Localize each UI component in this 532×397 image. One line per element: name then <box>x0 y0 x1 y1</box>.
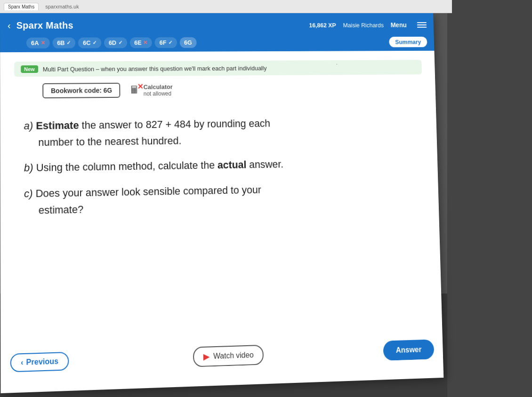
question-part-c: c) Does your answer look sensible compar… <box>24 179 417 219</box>
bottom-bar: ‹ Previous ▶ Watch video Answer <box>0 339 443 373</box>
tab-6A-label: 6A <box>31 40 39 47</box>
xp-badge: 16,862 XP <box>309 22 336 29</box>
summary-button[interactable]: Summary <box>389 37 427 47</box>
tab-6G[interactable]: 6G <box>179 37 196 48</box>
bookwork-row: Bookwork code: 6G 🖩 ✕ Calculator not all… <box>14 81 422 99</box>
tab-6D[interactable]: 6D ✓ <box>104 37 127 48</box>
right-background <box>447 0 532 397</box>
part-b-text: Using the column method, calculate the <box>36 159 218 174</box>
tab-6C[interactable]: 6C ✓ <box>78 38 101 48</box>
tab-6E-status: ✕ <box>143 40 147 46</box>
part-a-label: a) <box>24 120 36 132</box>
part-c-text: Does your answer look sensible compared … <box>24 183 261 216</box>
tab-6E-label: 6E <box>134 39 142 46</box>
site-title: Sparx Maths <box>16 20 73 31</box>
watch-video-button[interactable]: ▶ Watch video <box>193 345 264 367</box>
part-b-actual: actual <box>218 159 247 171</box>
main-content: New Multi Part Question – when you answe… <box>0 51 440 247</box>
calculator-label: Calculator <box>144 83 173 90</box>
video-play-icon: ▶ <box>203 351 210 362</box>
calculator-status: not allowed <box>144 90 173 97</box>
tab-6E[interactable]: 6E ✕ <box>129 37 152 48</box>
bookwork-code: Bookwork code: 6G <box>42 83 121 98</box>
header: ‹ Sparx Maths 16,862 XP Maisie Richards … <box>0 13 434 38</box>
answer-button[interactable]: Answer <box>383 339 435 361</box>
previous-label: Previous <box>26 357 59 367</box>
tab-6F-label: 6F <box>160 39 167 46</box>
browser-tab[interactable]: Sparx Maths <box>4 3 39 10</box>
tab-6F-status: ✓ <box>168 40 172 46</box>
part-a-estimate: Estimate <box>36 119 79 132</box>
part-b-label: b) <box>24 162 36 174</box>
question-part-a: a) Estimate the answer to 827 + 484 by r… <box>24 114 415 151</box>
browser-url: sparxmaths.uk <box>45 4 79 9</box>
nav-tabs: 6A ✕ 6B ✓ 6C ✓ 6D ✓ 6E ✕ 6F ✓ 6G Summary <box>0 37 434 52</box>
tab-6B-label: 6B <box>57 40 65 47</box>
question-part-b: b) Using the column method, calculate th… <box>24 154 416 176</box>
menu-label[interactable]: Menu <box>391 21 407 28</box>
tab-6C-label: 6C <box>83 40 90 47</box>
tab-6B-status: ✓ <box>67 40 71 46</box>
calculator-icon: 🖩 ✕ <box>129 84 140 96</box>
previous-arrow-icon: ‹ <box>21 358 23 367</box>
menu-button[interactable] <box>417 22 427 28</box>
question-area: a) Estimate the answer to 827 + 484 by r… <box>14 109 426 238</box>
tab-6A-status: ✕ <box>40 40 45 46</box>
multi-part-banner: New Multi Part Question – when you answe… <box>14 60 422 77</box>
new-badge: New <box>21 65 38 73</box>
tab-6F[interactable]: 6F ✓ <box>155 37 177 48</box>
tab-6C-status: ✓ <box>92 40 97 46</box>
previous-button[interactable]: ‹ Previous <box>10 352 69 373</box>
user-name: Maisie Richards <box>343 22 384 29</box>
part-b-text-after: answer. <box>249 159 283 171</box>
browser-chrome: Sparx Maths sparxmaths.uk <box>0 0 452 13</box>
tab-6B[interactable]: 6B ✓ <box>52 38 75 48</box>
tab-6A[interactable]: 6A ✕ <box>26 38 49 48</box>
back-button[interactable]: ‹ <box>8 20 11 31</box>
tab-6D-status: ✓ <box>118 40 122 46</box>
tab-6G-label: 6G <box>184 39 192 46</box>
multi-part-text: Multi Part Question – when you answer th… <box>43 64 267 72</box>
watch-video-label: Watch video <box>213 351 254 361</box>
tab-6D-label: 6D <box>109 39 116 46</box>
calculator-notice: 🖩 ✕ Calculator not allowed <box>129 83 173 97</box>
part-c-label: c) <box>24 187 36 199</box>
